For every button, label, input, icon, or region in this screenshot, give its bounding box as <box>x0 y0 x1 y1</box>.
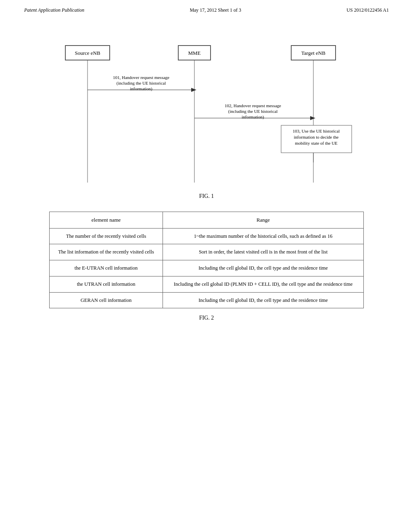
cell-element-name: The number of the recently visited cells <box>50 228 163 244</box>
fig1-label: FIG. 1 <box>49 193 364 200</box>
svg-text:(including the UE historical: (including the UE historical <box>228 109 278 114</box>
cell-element-name: The list information of the recently vis… <box>50 244 163 260</box>
cell-range: Including the cell global ID, the cell t… <box>163 292 364 308</box>
svg-text:information): information) <box>130 86 152 91</box>
cell-element-name: the E-UTRAN cell information <box>50 260 163 276</box>
header-left: Patent Application Publication <box>24 7 84 13</box>
svg-text:102, Handover request message: 102, Handover request message <box>225 103 281 108</box>
cell-range: Including the cell global ID (PLMN ID + … <box>163 276 364 292</box>
fig2-table: element name Range The number of the rec… <box>49 212 364 308</box>
svg-text:mobility state of the UE: mobility state of the UE <box>295 141 338 145</box>
table-row: the E-UTRAN cell informationIncluding th… <box>50 260 364 276</box>
cell-range: Sort in order, the latest visited cell i… <box>163 244 364 260</box>
fig1-diagram: Source eNB MME Target eNB 101, Handover … <box>49 37 364 187</box>
fig2-container: element name Range The number of the rec… <box>49 212 364 321</box>
cell-range: 1~the maximum number of the historical c… <box>163 228 364 244</box>
svg-text:Target eNB: Target eNB <box>301 50 325 56</box>
fig2-label: FIG. 2 <box>49 315 364 321</box>
table-row: the UTRAN cell informationIncluding the … <box>50 276 364 292</box>
fig1-container: Source eNB MME Target eNB 101, Handover … <box>49 37 364 200</box>
table-header-row: element name Range <box>50 212 364 229</box>
col-header-range: Range <box>163 212 364 229</box>
svg-text:information): information) <box>242 114 264 120</box>
fig1-svg: Source eNB MME Target eNB 101, Handover … <box>53 37 360 187</box>
page-header: Patent Application Publication May 17, 2… <box>0 0 413 17</box>
cell-range: Including the cell global ID, the cell t… <box>163 260 364 276</box>
svg-text:information to decide the: information to decide the <box>294 135 339 139</box>
cell-element-name: the UTRAN cell information <box>50 276 163 292</box>
header-center: May 17, 2012 Sheet 1 of 3 <box>190 7 241 13</box>
table-row: GERAN cell informationIncluding the cell… <box>50 292 364 308</box>
svg-text:101, Handover request message: 101, Handover request message <box>113 75 169 80</box>
table-row: The number of the recently visited cells… <box>50 228 364 244</box>
svg-marker-10 <box>191 88 196 92</box>
col-header-name: element name <box>50 212 163 229</box>
svg-text:103, Use the UE historical: 103, Use the UE historical <box>293 129 340 133</box>
page-content: Source eNB MME Target eNB 101, Handover … <box>0 17 413 341</box>
cell-element-name: GERAN cell information <box>50 292 163 308</box>
svg-text:(including the UE historical: (including the UE historical <box>117 81 166 86</box>
svg-text:Source eNB: Source eNB <box>75 50 100 56</box>
svg-text:MME: MME <box>188 50 200 56</box>
header-right: US 2012/0122456 A1 <box>346 7 389 13</box>
table-row: The list information of the recently vis… <box>50 244 364 260</box>
svg-marker-15 <box>310 116 315 120</box>
